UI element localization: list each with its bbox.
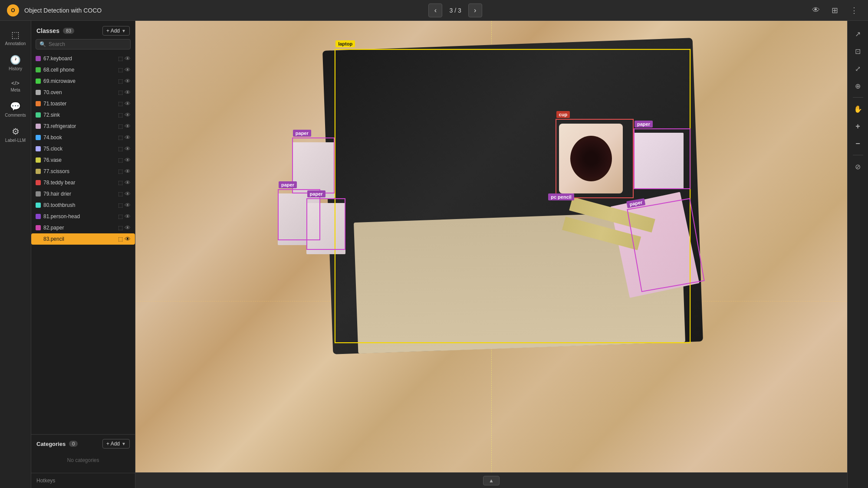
- class-item-73[interactable]: 73.refrigerator ⬚ 👁: [31, 121, 135, 132]
- class-color-73: [36, 124, 41, 129]
- class-actions-74: ⬚ 👁: [118, 134, 131, 141]
- bbox-icon-82[interactable]: ⬚: [118, 225, 123, 231]
- annotation-label: Annotation: [5, 41, 26, 46]
- classes-list: 67.keyboard ⬚ 👁 68.cell phone ⬚ 👁 69.mic…: [31, 53, 135, 434]
- eye-icon-81[interactable]: 👁: [125, 213, 131, 220]
- zoom-out-button[interactable]: −: [850, 136, 866, 151]
- hotkeys-bar[interactable]: Hotkeys: [31, 473, 135, 488]
- class-item-83[interactable]: 83.pencil ⬚ 👁: [31, 233, 135, 245]
- class-item-72[interactable]: 72.sink ⬚ 👁: [31, 109, 135, 121]
- sidebar-item-annotation[interactable]: ⬚ Annotation: [2, 26, 30, 49]
- disable-button[interactable]: ⊘: [850, 159, 866, 174]
- class-item-81[interactable]: 81.person-head ⬚ 👁: [31, 211, 135, 222]
- sidebar-item-meta[interactable]: </> Meta: [2, 76, 30, 96]
- zoom-fit-button[interactable]: ⊡: [850, 43, 866, 59]
- next-button[interactable]: ›: [468, 3, 482, 17]
- categories-section: Categories 0 + Add ▾ No categories: [31, 434, 135, 473]
- zoom-in-button[interactable]: +: [850, 118, 866, 134]
- class-item-80[interactable]: 80.toothbrush ⬚ 👁: [31, 200, 135, 211]
- more-icon[interactable]: ⋮: [847, 3, 861, 17]
- bbox-icon-79[interactable]: ⬚: [118, 191, 123, 197]
- class-item-82[interactable]: 82.paper ⬚ 👁: [31, 222, 135, 233]
- add-category-button[interactable]: + Add ▾: [102, 439, 130, 449]
- comments-label: Comments: [5, 113, 26, 118]
- bbox-icon-72[interactable]: ⬚: [118, 112, 123, 118]
- eye-icon-73[interactable]: 👁: [125, 123, 131, 130]
- eye-icon-80[interactable]: 👁: [125, 202, 131, 209]
- class-name-83: 83.pencil: [43, 236, 115, 242]
- bbox-icon-71[interactable]: ⬚: [118, 101, 123, 107]
- eye-icon-70[interactable]: 👁: [125, 89, 131, 96]
- class-item-71[interactable]: 71.toaster ⬚ 👁: [31, 98, 135, 109]
- class-item-67[interactable]: 67.keyboard ⬚ 👁: [31, 53, 135, 64]
- class-color-82: [36, 225, 41, 230]
- class-item-78[interactable]: 78.teddy bear ⬚ 👁: [31, 177, 135, 188]
- class-item-75[interactable]: 75.clock ⬚ 👁: [31, 143, 135, 154]
- bbox-icon-69[interactable]: ⬚: [118, 78, 123, 84]
- class-name-73: 73.refrigerator: [43, 123, 115, 129]
- prev-button[interactable]: ‹: [428, 3, 442, 17]
- eye-icon-76[interactable]: 👁: [125, 157, 131, 164]
- class-name-75: 75.clock: [43, 146, 115, 152]
- class-item-76[interactable]: 76.vase ⬚ 👁: [31, 154, 135, 166]
- add-class-label: + Add: [106, 28, 120, 34]
- eye-icon-69[interactable]: 👁: [125, 78, 131, 85]
- class-color-80: [36, 203, 41, 208]
- bbox-icon-77[interactable]: ⬚: [118, 168, 123, 174]
- bbox-icon-83[interactable]: ⬚: [118, 236, 123, 242]
- eye-icon-71[interactable]: 👁: [125, 100, 131, 107]
- sidebar-item-history[interactable]: 🕐 History: [2, 51, 30, 75]
- eye-icon-82[interactable]: 👁: [125, 224, 131, 231]
- class-item-70[interactable]: 70.oven ⬚ 👁: [31, 87, 135, 98]
- bbox-icon-80[interactable]: ⬚: [118, 202, 123, 208]
- grid-icon[interactable]: ⊞: [828, 3, 842, 17]
- topbar-actions: 👁 ⊞ ⋮: [809, 3, 861, 17]
- main-layout: ⬚ Annotation 🕐 History </> Meta 💬 Commen…: [0, 21, 868, 488]
- eye-icon-67[interactable]: 👁: [125, 55, 131, 62]
- class-item-69[interactable]: 69.microwave ⬚ 👁: [31, 75, 135, 87]
- bbox-icon-81[interactable]: ⬚: [118, 213, 123, 219]
- sidebar-item-label-llm[interactable]: ⚙ Label-LLM: [2, 123, 30, 146]
- categories-header: Categories 0 + Add ▾: [31, 439, 135, 452]
- class-name-67: 67.keyboard: [43, 56, 115, 62]
- class-actions-77: ⬚ 👁: [118, 168, 131, 175]
- eye-icon-79[interactable]: 👁: [125, 190, 131, 197]
- class-name-81: 81.person-head: [43, 213, 115, 219]
- preview-icon[interactable]: 👁: [809, 3, 823, 17]
- bbox-icon-68[interactable]: ⬚: [118, 67, 123, 73]
- add-class-dropdown-icon[interactable]: ▾: [122, 28, 126, 34]
- canvas-area[interactable]: laptop cup paper paper paper paper paper: [135, 21, 847, 488]
- class-name-71: 71.toaster: [43, 101, 115, 107]
- label-llm-icon: ⚙: [12, 126, 20, 137]
- transform-button[interactable]: ⤢: [850, 61, 866, 76]
- eye-icon-74[interactable]: 👁: [125, 134, 131, 141]
- eye-icon-78[interactable]: 👁: [125, 179, 131, 186]
- class-item-74[interactable]: 74.book ⬚ 👁: [31, 132, 135, 143]
- bbox-icon-78[interactable]: ⬚: [118, 180, 123, 186]
- eye-icon-75[interactable]: 👁: [125, 145, 131, 152]
- add-class-button[interactable]: + Add ▾: [102, 26, 130, 36]
- expand-button[interactable]: ▲: [483, 476, 500, 485]
- eye-icon-72[interactable]: 👁: [125, 111, 131, 118]
- pan-button[interactable]: ✋: [850, 101, 866, 117]
- class-item-77[interactable]: 77.scissors ⬚ 👁: [31, 166, 135, 177]
- point-button[interactable]: ⊕: [850, 78, 866, 94]
- cursor-tool-button[interactable]: ↗: [850, 26, 866, 42]
- search-input[interactable]: [49, 41, 127, 47]
- add-category-dropdown-icon[interactable]: ▾: [122, 441, 126, 447]
- class-color-78: [36, 180, 41, 185]
- sidebar-icons: ⬚ Annotation 🕐 History </> Meta 💬 Commen…: [0, 21, 31, 488]
- sidebar-item-comments[interactable]: 💬 Comments: [2, 98, 30, 121]
- eye-icon-68[interactable]: 👁: [125, 66, 131, 73]
- class-item-79[interactable]: 79.hair drier ⬚ 👁: [31, 188, 135, 200]
- bbox-icon-74[interactable]: ⬚: [118, 134, 123, 141]
- class-color-81: [36, 214, 41, 219]
- bbox-icon-75[interactable]: ⬚: [118, 146, 123, 152]
- bbox-icon-73[interactable]: ⬚: [118, 123, 123, 129]
- bbox-icon-67[interactable]: ⬚: [118, 56, 123, 62]
- bbox-icon-70[interactable]: ⬚: [118, 89, 123, 95]
- eye-icon-77[interactable]: 👁: [125, 168, 131, 175]
- bbox-icon-76[interactable]: ⬚: [118, 157, 123, 163]
- eye-icon-83[interactable]: 👁: [125, 236, 131, 242]
- class-item-68[interactable]: 68.cell phone ⬚ 👁: [31, 64, 135, 75]
